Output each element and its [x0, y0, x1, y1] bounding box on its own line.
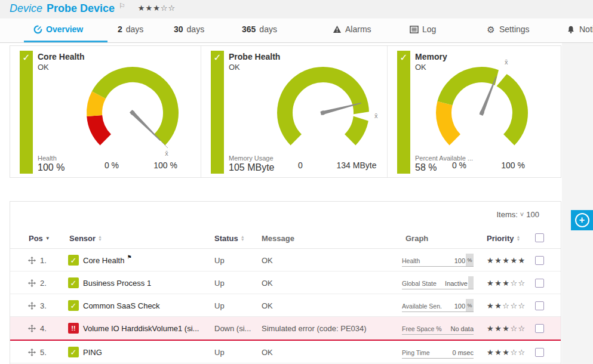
- right-gutter: [562, 43, 593, 364]
- mini-graph-value: Inactive: [445, 280, 468, 289]
- column-header-graph[interactable]: Graph: [405, 234, 428, 243]
- table-row[interactable]: 3. ✓ Common SaaS Check Up OK Available S…: [10, 294, 561, 317]
- table-row[interactable]: 2. ✓ Business Process 1 Up OK Global Sta…: [10, 272, 561, 294]
- gear-icon: ⚙: [486, 24, 496, 34]
- mini-graph-value: No data: [450, 325, 474, 334]
- priority-stars[interactable]: ★★★☆☆: [487, 348, 526, 357]
- tab-bar: Overview 2 days 30 days 365 days Alarms …: [0, 18, 593, 43]
- sensor-message: OK: [262, 294, 400, 317]
- move-handle-icon[interactable]: [28, 257, 36, 264]
- priority-stars[interactable]: ★★★☆☆: [487, 324, 526, 333]
- add-sensor-button[interactable]: +: [571, 210, 593, 230]
- tab-label: Alarms: [345, 24, 371, 34]
- gauge-core-health[interactable]: ✓ Core Health OK x̄ 0 % 100 % Health 100…: [10, 46, 201, 177]
- checkbox[interactable]: [535, 233, 544, 242]
- sensor-name-link[interactable]: Volume IO HarddiskVolume1 (si...: [83, 324, 199, 333]
- priority-stars[interactable]: ★★☆☆☆: [487, 301, 526, 310]
- mini-graph[interactable]: Ping Time 0 msec: [402, 346, 474, 359]
- row-checkbox[interactable]: [535, 279, 544, 288]
- sensor-name-link[interactable]: Business Process 1: [83, 279, 151, 288]
- table-row-error[interactable]: 4. !! Volume IO HarddiskVolume1 (si... D…: [10, 317, 561, 341]
- tab-label: days: [126, 24, 144, 34]
- column-header-message[interactable]: Message: [262, 234, 294, 243]
- gauge-min-label: 0 %: [94, 161, 130, 170]
- tab-settings[interactable]: ⚙ Settings: [486, 24, 530, 34]
- row-checkbox[interactable]: [535, 324, 544, 333]
- mini-graph[interactable]: Free Space % No data: [402, 322, 474, 335]
- table-row[interactable]: 5. ✓ PING Up OK Ping Time 0 msec ★★★☆☆: [10, 341, 561, 363]
- gauge-icon: [33, 24, 42, 34]
- row-checkbox[interactable]: [535, 256, 544, 265]
- gauge-memory[interactable]: ✓ Memory OK x̄ 0 % 100 % Percent Availab…: [388, 46, 561, 177]
- warning-icon: [332, 24, 342, 34]
- sensor-name-link[interactable]: Common SaaS Check: [83, 301, 160, 310]
- items-selector[interactable]: Items: ˅ 100: [496, 210, 539, 219]
- items-count: 100: [526, 210, 539, 219]
- tab-notifications[interactable]: Notifica: [566, 24, 593, 34]
- tab-30-days[interactable]: 30 days: [174, 24, 204, 34]
- row-checkbox[interactable]: [535, 301, 544, 310]
- mini-graph-unit: %: [466, 299, 474, 311]
- priority-stars[interactable]: ★★★☆☆: [487, 279, 526, 288]
- sensor-error-icon: !!: [68, 323, 79, 334]
- table-row[interactable]: 1. ✓ Core Health ⚑ Up OK Health 100 % ★★…: [10, 249, 561, 272]
- device-name[interactable]: Probe Device: [47, 2, 115, 15]
- priority-stars[interactable]: ★★★☆☆: [138, 4, 176, 13]
- row-checkbox[interactable]: [535, 348, 544, 357]
- gauge-max-label: 134 MByte: [334, 161, 379, 170]
- sensor-message: OK: [262, 341, 400, 363]
- gauge-probe-health[interactable]: ✓ Probe Health OK x̄ 0 134 MByte Memory …: [201, 46, 388, 177]
- column-header-pos[interactable]: Pos ▼: [29, 234, 50, 243]
- table-header: Pos ▼ Sensor ▲▼ Status ▲▼ Message Graph …: [10, 232, 561, 249]
- select-all-checkbox[interactable]: [535, 233, 544, 242]
- bell-icon: [566, 24, 576, 34]
- mini-graph-channel: Ping Time: [402, 349, 453, 358]
- tab-number: 2: [118, 24, 122, 34]
- move-handle-icon[interactable]: [28, 302, 36, 310]
- column-header-status[interactable]: Status ▲▼: [214, 234, 245, 243]
- sensor-name-link[interactable]: Core Health: [83, 256, 124, 265]
- sensor-name-link[interactable]: PING: [83, 348, 102, 357]
- tab-label: Notifica: [579, 24, 593, 34]
- object-type-label: Device: [10, 2, 42, 15]
- avg-marker-label: x̄: [505, 58, 508, 66]
- tab-365-days[interactable]: 365 days: [242, 24, 277, 34]
- mini-graph-channel: Health: [402, 257, 454, 266]
- move-handle-icon[interactable]: [28, 348, 36, 356]
- gauge-max-label: 100 %: [148, 161, 183, 170]
- page: Device Probe Device ⚐ ★★★☆☆ Overview 2 d…: [0, 0, 593, 364]
- mini-graph[interactable]: Global State Inactive: [402, 276, 474, 289]
- priority-stars[interactable]: ★★★★★: [487, 256, 526, 265]
- tab-alarms[interactable]: Alarms: [332, 24, 371, 34]
- tab-overview[interactable]: Overview: [33, 24, 83, 34]
- gauge-value: 58 %: [415, 162, 437, 173]
- mini-graph-value: 100: [454, 257, 465, 266]
- mini-graph[interactable]: Health 100 %: [402, 254, 474, 267]
- tab-label: days: [259, 24, 277, 34]
- move-handle-icon[interactable]: [28, 279, 36, 287]
- tab-2-days[interactable]: 2 days: [118, 24, 143, 34]
- tab-log[interactable]: Log: [409, 24, 436, 34]
- sensor-message: OK: [262, 249, 400, 272]
- gauge-value: 105 MByte: [229, 162, 274, 173]
- tab-label: Log: [422, 24, 436, 34]
- gauge-min-label: 0: [282, 161, 318, 170]
- sensor-message: OK: [262, 272, 400, 294]
- gauge-channel-label: Memory Usage: [229, 155, 274, 162]
- column-header-priority[interactable]: Priority ▲▼: [487, 234, 520, 243]
- gauge-status: OK: [38, 63, 49, 72]
- sensor-status: Up: [214, 272, 260, 294]
- gauges-panel: ✓ Core Health OK x̄ 0 % 100 % Health 100…: [10, 45, 561, 178]
- mini-graph-channel: Global State: [402, 280, 445, 289]
- status-banner: ✓: [211, 51, 224, 174]
- mini-graph-unit: [468, 276, 474, 289]
- move-handle-icon[interactable]: [28, 325, 36, 332]
- check-icon: ✓: [20, 52, 33, 63]
- tab-label: Settings: [499, 24, 530, 34]
- column-header-sensor[interactable]: Sensor ▲▼: [69, 234, 102, 243]
- gauge-needle: [130, 110, 162, 143]
- favorite-flag-icon[interactable]: ⚑: [127, 254, 131, 260]
- flag-icon[interactable]: ⚐: [119, 2, 125, 10]
- mini-graph[interactable]: Available Sen. 100 %: [402, 299, 474, 312]
- tab-number: 365: [242, 24, 256, 34]
